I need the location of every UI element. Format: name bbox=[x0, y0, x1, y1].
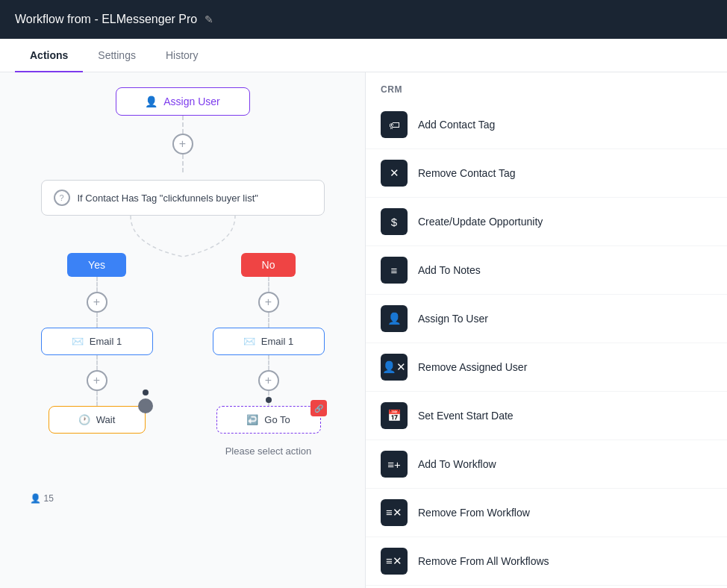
dashed-line-2 bbox=[182, 154, 184, 172]
condition-icon: ? bbox=[54, 190, 70, 206]
no-connector-3 bbox=[268, 355, 269, 370]
email-icon-yes: ✉️ bbox=[72, 336, 84, 347]
set-event-start-date-label: Set Event Start Date bbox=[418, 410, 514, 422]
email-node-no[interactable]: ✉️ Email 1 bbox=[213, 328, 325, 355]
wait-dot bbox=[143, 390, 149, 395]
goto-link-icon: 🔗 bbox=[311, 400, 327, 416]
goto-icon: ↩️ bbox=[246, 414, 258, 425]
action-item-create-update-opportunity[interactable]: $Create/Update Opportunity bbox=[366, 198, 727, 246]
action-item-remove-from-workflow[interactable]: ≡✕Remove From Workflow bbox=[366, 489, 727, 537]
yes-button[interactable]: Yes bbox=[67, 253, 126, 277]
remove-assigned-user-label: Remove Assigned User bbox=[418, 361, 527, 373]
no-connector-2 bbox=[268, 313, 269, 328]
add-contact-tag-icon: 🏷 bbox=[381, 111, 408, 138]
add-node-btn-1[interactable]: + bbox=[172, 134, 193, 154]
tab-bar: Actions Settings History bbox=[0, 39, 727, 72]
user-badge: 👤 15 bbox=[30, 493, 54, 504]
condition-node[interactable]: ? If Contact Has Tag "clickfunnels buyer… bbox=[41, 180, 325, 216]
add-no-btn[interactable]: + bbox=[258, 292, 279, 313]
email-node-yes[interactable]: ✉️ Email 1 bbox=[41, 328, 153, 355]
goto-wrapper: ↩️ Go To 🔗 bbox=[216, 406, 321, 434]
add-yes-btn[interactable]: + bbox=[87, 292, 107, 313]
condition-text: If Contact Has Tag "clickfunnels buyer l… bbox=[78, 193, 258, 204]
yes-connector-3 bbox=[96, 355, 98, 370]
actions-list: 🏷Add Contact Tag✕Remove Contact Tag$Crea… bbox=[366, 101, 727, 588]
wait-node[interactable]: 🕐 Wait bbox=[49, 406, 146, 434]
action-item-set-event-start-date[interactable]: 📅Set Event Start Date bbox=[366, 392, 727, 440]
add-to-notes-icon: ≡ bbox=[381, 257, 408, 284]
dashed-line-1 bbox=[182, 116, 184, 134]
connector-1: + bbox=[172, 116, 193, 172]
action-item-assign-to-user[interactable]: 👤Assign To User bbox=[366, 295, 727, 343]
yes-connector bbox=[96, 277, 98, 292]
header: Workflow from - ELMessenger Pro ✎ bbox=[0, 0, 727, 39]
please-select-label: Please select action bbox=[225, 445, 312, 457]
actions-panel: CRM 🏷Add Contact Tag✕Remove Contact Tag$… bbox=[366, 72, 727, 588]
user-count: 15 bbox=[44, 493, 54, 504]
yes-branch: Yes + ✉️ Email 1 + 🕐 bbox=[41, 253, 153, 434]
remove-assigned-user-icon: 👤✕ bbox=[381, 354, 408, 381]
canvas-scroll: 👤 Assign User + ? If Contact Has Tag "cl… bbox=[0, 72, 365, 588]
add-no-btn-2[interactable]: + bbox=[258, 370, 279, 391]
tab-history[interactable]: History bbox=[151, 39, 213, 72]
add-to-notes-label: Add To Notes bbox=[418, 264, 481, 276]
tab-actions[interactable]: Actions bbox=[15, 39, 83, 72]
no-branch: No + ✉️ Email 1 + ↩️ bbox=[213, 253, 325, 457]
no-button[interactable]: No bbox=[241, 253, 296, 277]
assign-to-user-label: Assign To User bbox=[418, 313, 488, 325]
wait-badge bbox=[138, 398, 153, 413]
action-item-remove-from-all-workflows[interactable]: ≡✕Remove From All Workflows bbox=[366, 537, 727, 586]
user-icon: 👤 bbox=[30, 493, 41, 504]
remove-contact-tag-label: Remove Contact Tag bbox=[418, 167, 515, 179]
remove-from-all-workflows-label: Remove From All Workflows bbox=[418, 555, 549, 567]
action-item-add-to-workflow[interactable]: ≡+Add To Workflow bbox=[366, 440, 727, 489]
yes-connector-2 bbox=[96, 313, 98, 328]
create-update-opportunity-label: Create/Update Opportunity bbox=[418, 216, 543, 228]
action-item-remove-assigned-user[interactable]: 👤✕Remove Assigned User bbox=[366, 343, 727, 392]
header-title: Workflow from - ELMessenger Pro bbox=[15, 13, 197, 26]
wait-clock-icon: 🕐 bbox=[78, 414, 90, 425]
action-item-remove-contact-tag[interactable]: ✕Remove Contact Tag bbox=[366, 149, 727, 198]
no-connector bbox=[268, 277, 269, 292]
yes-connector-4 bbox=[96, 391, 98, 406]
assign-to-user-icon: 👤 bbox=[381, 305, 408, 332]
wait-wrapper: 🕐 Wait bbox=[49, 406, 146, 434]
goto-dot bbox=[266, 397, 272, 403]
add-yes-btn-2[interactable]: + bbox=[87, 370, 107, 391]
add-to-workflow-label: Add To Workflow bbox=[418, 458, 496, 470]
goto-node[interactable]: ↩️ Go To bbox=[216, 406, 321, 434]
set-event-start-date-icon: 📅 bbox=[381, 402, 408, 429]
remove-from-workflow-icon: ≡✕ bbox=[381, 499, 408, 526]
add-contact-tag-label: Add Contact Tag bbox=[418, 119, 495, 131]
main-layout: 👤 Assign User + ? If Contact Has Tag "cl… bbox=[0, 72, 727, 588]
edit-icon[interactable]: ✎ bbox=[205, 13, 213, 25]
remove-from-all-workflows-icon: ≡✕ bbox=[381, 548, 408, 575]
crm-section-label: CRM bbox=[366, 72, 727, 101]
assign-user-label: Assign User bbox=[163, 96, 219, 107]
remove-from-workflow-label: Remove From Workflow bbox=[418, 507, 530, 519]
action-item-add-to-notes[interactable]: ≡Add To Notes bbox=[366, 246, 727, 295]
create-update-opportunity-icon: $ bbox=[381, 208, 408, 235]
action-item-add-contact-tag[interactable]: 🏷Add Contact Tag bbox=[366, 101, 727, 149]
add-to-workflow-icon: ≡+ bbox=[381, 451, 408, 478]
assign-user-node[interactable]: 👤 Assign User bbox=[116, 87, 250, 116]
workflow-canvas: 👤 Assign User + ? If Contact Has Tag "cl… bbox=[0, 72, 366, 588]
email-icon-no: ✉️ bbox=[243, 336, 255, 347]
remove-contact-tag-icon: ✕ bbox=[381, 160, 408, 187]
assign-user-icon: 👤 bbox=[145, 96, 157, 107]
please-select-container: Please select action bbox=[225, 444, 312, 457]
tab-settings[interactable]: Settings bbox=[83, 39, 151, 72]
